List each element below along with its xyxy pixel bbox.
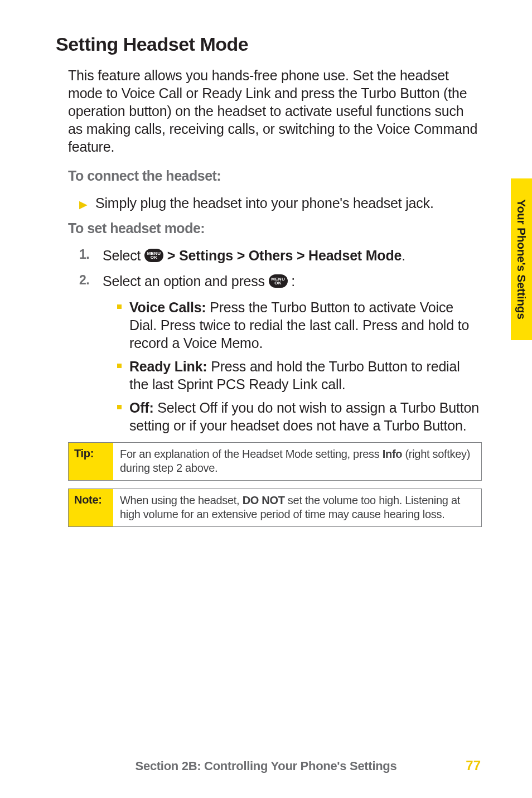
square-bullet-icon — [117, 364, 122, 368]
menu-ok-icon: MENUOK — [144, 249, 163, 262]
note-body: When using the headset, DO NOT set the v… — [113, 489, 481, 526]
side-tab-label: Your Phone's Settings — [515, 199, 528, 319]
note-text-a: When using the headset, — [120, 494, 243, 506]
arrow-icon: ▶ — [79, 198, 88, 212]
menu-icon-bot: OK — [151, 255, 158, 260]
tip-body: For an explanation of the Headset Mode s… — [113, 443, 481, 480]
note-callout: Note: When using the headset, DO NOT set… — [68, 489, 482, 527]
menu-icon-bot: OK — [274, 280, 282, 286]
tip-callout: Tip: For an explanation of the Headset M… — [68, 442, 482, 481]
page-number: 77 — [466, 758, 481, 773]
section-heading: Setting Headset Mode — [56, 33, 482, 55]
step-2-body: Select an option and press MENUOK : — [103, 272, 482, 291]
tip-label: Tip: — [69, 443, 113, 480]
square-bullet-icon — [117, 304, 122, 309]
step-1-body: Select MENUOK > Settings > Others > Head… — [103, 246, 482, 265]
step-number: 2. — [79, 272, 95, 289]
connect-step-text: Simply plug the headset into your phone'… — [95, 194, 482, 212]
step-number: 1. — [79, 246, 95, 263]
side-tab: Your Phone's Settings — [511, 178, 532, 340]
list-item: Voice Calls: Press the Turbo Button to a… — [117, 298, 482, 352]
option-label: Voice Calls: — [129, 299, 206, 315]
square-bullet-icon — [117, 405, 122, 409]
note-donot: DO NOT — [243, 494, 285, 506]
option-label: Off: — [129, 400, 154, 415]
step-1-text-a: Select — [103, 248, 144, 263]
note-label: Note: — [69, 489, 113, 526]
option-text: Select Off if you do not wish to assign … — [129, 400, 479, 433]
subhead-connect: To connect the headset: — [68, 168, 482, 184]
intro-paragraph: This feature allows you hands-free phone… — [68, 66, 482, 156]
step-1-path: > Settings > Others > Headset Mode — [163, 248, 402, 263]
menu-ok-icon: MENUOK — [269, 274, 288, 288]
step-2-text-a: Select an option and press — [103, 273, 269, 289]
footer-section-title: Section 2B: Controlling Your Phone's Set… — [0, 759, 532, 773]
step-1-text-c: . — [402, 248, 405, 263]
tip-text-a: For an explanation of the Headset Mode s… — [120, 448, 383, 460]
option-label: Ready Link: — [129, 359, 207, 374]
step-2-text-b: : — [288, 273, 296, 289]
tip-info-key: Info — [383, 448, 402, 460]
list-item: Off: Select Off if you do not wish to as… — [117, 399, 482, 434]
list-item: Ready Link: Press and hold the Turbo But… — [117, 357, 482, 393]
subhead-setmode: To set headset mode: — [68, 220, 482, 236]
